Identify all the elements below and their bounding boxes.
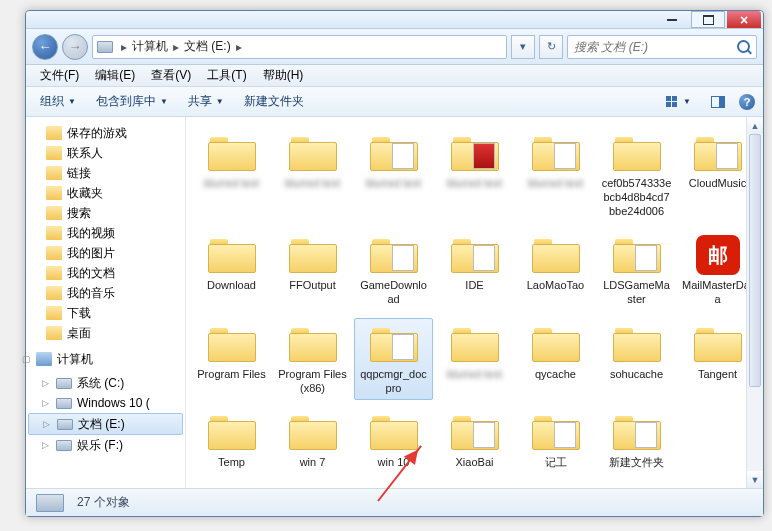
folder-item[interactable]: 新建文件夹 xyxy=(597,406,676,475)
maximize-button[interactable] xyxy=(691,11,725,28)
app-icon: 邮 xyxy=(696,235,740,275)
share-button[interactable]: 共享▼ xyxy=(182,90,230,113)
tree-drive[interactable]: ▷娱乐 (F:) xyxy=(28,435,183,455)
close-button[interactable]: × xyxy=(727,11,761,28)
folder-item[interactable]: sohucache xyxy=(597,318,676,401)
tree-item[interactable]: 下载 xyxy=(28,303,183,323)
search-input[interactable] xyxy=(574,40,724,54)
folder-item[interactable]: LDSGameMaster xyxy=(597,229,676,312)
folder-icon xyxy=(289,237,337,273)
nav-bar: ← → ▸ 计算机 ▸ 文档 (E:) ▸ ▾ ↻ xyxy=(26,29,763,65)
folder-item[interactable]: GameDownload xyxy=(354,229,433,312)
folder-item[interactable]: LaoMaoTao xyxy=(516,229,595,312)
new-folder-button[interactable]: 新建文件夹 xyxy=(238,90,310,113)
folder-item[interactable]: win 7 xyxy=(273,406,352,475)
folder-icon xyxy=(289,414,337,450)
folder-icon xyxy=(370,237,418,273)
nav-tree: 保存的游戏联系人链接收藏夹搜索我的视频我的图片我的文档我的音乐下载桌面▢计算机▷… xyxy=(26,117,186,488)
item-label: qycache xyxy=(535,368,576,382)
item-label: blurred text xyxy=(447,177,502,191)
drive-icon xyxy=(97,41,113,53)
scroll-down-button[interactable]: ▼ xyxy=(747,471,763,488)
status-count: 27 个对象 xyxy=(77,494,130,511)
menu-view[interactable]: 查看(V) xyxy=(145,65,197,86)
tree-computer[interactable]: ▢计算机 xyxy=(28,349,183,369)
tree-drive[interactable]: ▷系统 (C:) xyxy=(28,373,183,393)
minimize-button[interactable] xyxy=(655,11,689,28)
scroll-up-button[interactable]: ▲ xyxy=(747,117,763,134)
refresh-button[interactable]: ↻ xyxy=(539,35,563,59)
view-mode-button[interactable]: ▼ xyxy=(657,92,697,112)
back-button[interactable]: ← xyxy=(32,34,58,60)
crumb-root[interactable]: 计算机 xyxy=(132,38,168,55)
folder-icon xyxy=(208,326,256,362)
menu-tools[interactable]: 工具(T) xyxy=(201,65,252,86)
search-box[interactable] xyxy=(567,35,757,59)
tree-item[interactable]: 联系人 xyxy=(28,143,183,163)
folder-icon xyxy=(451,414,499,450)
folder-item[interactable]: blurred text xyxy=(435,318,514,401)
vertical-scrollbar[interactable]: ▲ ▼ xyxy=(746,117,763,488)
include-in-library-button[interactable]: 包含到库中▼ xyxy=(90,90,174,113)
item-label: Program Files xyxy=(197,368,265,382)
tree-item[interactable]: 保存的游戏 xyxy=(28,123,183,143)
item-label: CloudMusic xyxy=(689,177,746,191)
menu-bar: 文件(F) 编辑(E) 查看(V) 工具(T) 帮助(H) xyxy=(26,65,763,87)
folder-icon xyxy=(208,237,256,273)
item-label: win 7 xyxy=(300,456,326,470)
tree-drive[interactable]: ▷文档 (E:) xyxy=(28,413,183,435)
folder-item[interactable]: Program Files (x86) xyxy=(273,318,352,401)
folder-item[interactable]: Program Files xyxy=(192,318,271,401)
preview-pane-button[interactable] xyxy=(705,93,731,111)
folder-item[interactable]: FFOutput xyxy=(273,229,352,312)
tree-item[interactable]: 收藏夹 xyxy=(28,183,183,203)
folder-item[interactable]: blurred text xyxy=(516,127,595,223)
help-button[interactable]: ? xyxy=(739,94,755,110)
history-dropdown[interactable]: ▾ xyxy=(511,35,535,59)
tree-item[interactable]: 我的图片 xyxy=(28,243,183,263)
folder-item[interactable]: cef0b574333ebcb4d8b4cd7bbe24d006 xyxy=(597,127,676,223)
folder-item[interactable]: blurred text xyxy=(354,127,433,223)
scroll-thumb[interactable] xyxy=(749,134,761,387)
folder-icon xyxy=(451,326,499,362)
folder-icon xyxy=(613,326,661,362)
item-label: MailMasterData xyxy=(682,279,754,307)
folder-item[interactable]: blurred text xyxy=(435,127,514,223)
tree-item[interactable]: 我的文档 xyxy=(28,263,183,283)
item-label: Program Files (x86) xyxy=(277,368,349,396)
folder-icon xyxy=(289,326,337,362)
tree-item[interactable]: 我的音乐 xyxy=(28,283,183,303)
folder-item[interactable]: blurred text xyxy=(273,127,352,223)
folder-item[interactable]: XiaoBai xyxy=(435,406,514,475)
folder-item[interactable]: IDE xyxy=(435,229,514,312)
folder-item[interactable]: qycache xyxy=(516,318,595,401)
folder-icon xyxy=(613,237,661,273)
organize-button[interactable]: 组织▼ xyxy=(34,90,82,113)
folder-icon xyxy=(208,135,256,171)
tree-item[interactable]: 链接 xyxy=(28,163,183,183)
forward-button[interactable]: → xyxy=(62,34,88,60)
tree-item[interactable]: 桌面 xyxy=(28,323,183,343)
folder-item[interactable]: Temp xyxy=(192,406,271,475)
menu-edit[interactable]: 编辑(E) xyxy=(89,65,141,86)
tree-drive[interactable]: ▷Windows 10 ( xyxy=(28,393,183,413)
crumb-sep: ▸ xyxy=(170,40,182,54)
search-icon[interactable] xyxy=(737,40,750,53)
folder-item[interactable]: Download xyxy=(192,229,271,312)
folder-item[interactable]: qqpcmgr_docpro xyxy=(354,318,433,401)
folder-item[interactable]: blurred text xyxy=(192,127,271,223)
folder-icon xyxy=(532,414,580,450)
folder-icon xyxy=(451,135,499,171)
breadcrumb[interactable]: ▸ 计算机 ▸ 文档 (E:) ▸ xyxy=(92,35,507,59)
menu-file[interactable]: 文件(F) xyxy=(34,65,85,86)
crumb-drive[interactable]: 文档 (E:) xyxy=(184,38,231,55)
item-label: Download xyxy=(207,279,256,293)
menu-help[interactable]: 帮助(H) xyxy=(257,65,310,86)
tree-item[interactable]: 搜索 xyxy=(28,203,183,223)
folder-icon xyxy=(451,237,499,273)
folder-item[interactable]: 记工 xyxy=(516,406,595,475)
items-pane[interactable]: blurred textblurred textblurred textblur… xyxy=(186,117,763,488)
folder-item[interactable]: win 10 xyxy=(354,406,433,475)
tree-item[interactable]: 我的视频 xyxy=(28,223,183,243)
item-label: LaoMaoTao xyxy=(527,279,585,293)
